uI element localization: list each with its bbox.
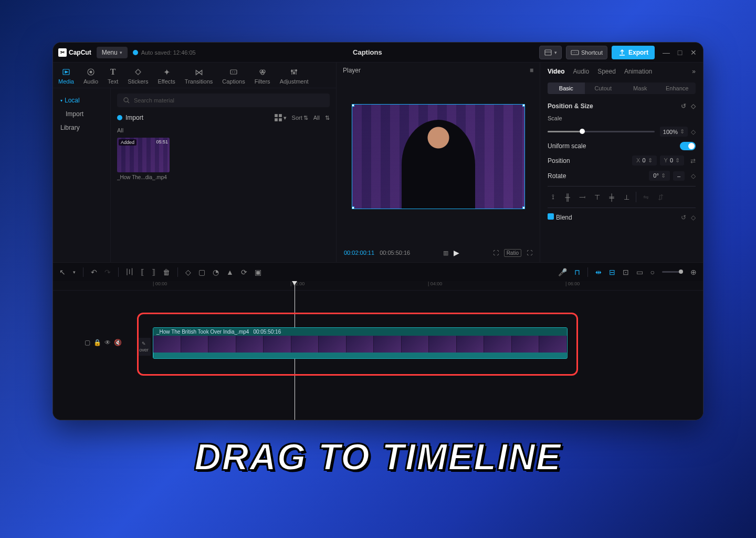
frame-crop-icon[interactable]: ⛶ (493, 250, 499, 256)
rotate-minus-button[interactable]: – (673, 171, 685, 181)
flip-h-icon[interactable]: ⇋ (640, 192, 651, 202)
select-tool-icon[interactable]: ↖ (59, 268, 66, 276)
crop-icon[interactable]: ▣ (255, 268, 261, 276)
filter-icon-button[interactable]: ⇅ (325, 113, 330, 122)
tab-animation[interactable]: Animation (624, 68, 652, 75)
split-left-icon[interactable]: ⟦ (141, 268, 144, 276)
media-thumbnail[interactable]: Added 05:51 _How The...dia_.mp4 (117, 138, 170, 180)
tab-audio[interactable]: Audio (573, 68, 589, 75)
project-title: Captions (201, 48, 534, 56)
speed-icon[interactable]: ◔ (213, 268, 219, 276)
keyframe-icon[interactable]: ◇ (691, 214, 696, 221)
resize-handle-icon[interactable] (352, 206, 354, 209)
minimize-button[interactable]: — (662, 48, 670, 57)
align-right-icon[interactable]: ⟞ (577, 192, 587, 202)
zoom-fit-icon[interactable]: ⊕ (690, 268, 697, 276)
tab-stickers[interactable]: Stickers (128, 67, 148, 88)
timeline-clip[interactable]: _How The British Took Over India_.mp4 00… (153, 327, 568, 359)
align-top-icon[interactable]: ⊤ (592, 192, 602, 202)
tab-filters[interactable]: Filters (255, 67, 270, 88)
sort-button[interactable]: Sort ⇅ (292, 113, 308, 122)
keyframe-icon[interactable]: ◇ (691, 172, 696, 180)
tab-speed[interactable]: Speed (597, 68, 616, 75)
align-vcenter-icon[interactable]: ╪ (606, 192, 617, 202)
zoom-out-icon[interactable]: ○ (650, 268, 655, 276)
tab-effects[interactable]: ✦Effects (158, 67, 175, 88)
preview-axis-icon[interactable]: ⊟ (609, 268, 615, 276)
subtab-enhance[interactable]: Enhance (659, 82, 696, 94)
resize-handle-icon[interactable] (522, 206, 525, 209)
position-y-input[interactable]: Y0⇕ (660, 156, 684, 165)
tab-adjustment[interactable]: Adjustment (280, 67, 309, 88)
align-left-icon[interactable]: ⟟ (548, 192, 558, 202)
rotate-icon[interactable]: ⟳ (241, 268, 247, 276)
search-icon (122, 96, 131, 105)
menu-button[interactable]: Menu▾ (97, 47, 128, 58)
search-input[interactable]: Search material (117, 94, 330, 107)
mirror-icon[interactable]: ▲ (226, 268, 234, 276)
rotate-input[interactable]: 0°⇕ (649, 171, 670, 181)
redo-button[interactable]: ↷ (104, 268, 111, 276)
position-x-input[interactable]: X0⇕ (632, 156, 656, 165)
sidebar-item-library[interactable]: Library (56, 121, 107, 134)
sidebar-item-local[interactable]: ▾Local (56, 94, 107, 107)
tab-text[interactable]: TText (108, 67, 118, 88)
magnet-icon[interactable]: ⊓ (574, 268, 580, 276)
reset-icon[interactable]: ↺ (681, 102, 686, 110)
split-icon[interactable]: 〣 (126, 267, 133, 277)
mic-icon[interactable]: 🎤 (558, 268, 567, 276)
scale-slider[interactable] (548, 131, 655, 132)
subtab-mask[interactable]: Mask (622, 82, 659, 94)
close-button[interactable]: ✕ (689, 48, 698, 57)
tab-captions[interactable]: Captions (222, 67, 245, 88)
filter-all-button[interactable]: All (313, 113, 320, 122)
main-panels: Media Audio TText Stickers ✦Effects ⋈Tra… (53, 63, 703, 262)
align-hcenter-icon[interactable]: ╫ (562, 192, 573, 202)
video-preview[interactable]: ⟳ (352, 104, 525, 209)
mark-icon[interactable]: ▢ (198, 268, 205, 276)
view-grid-button[interactable]: ▾ (274, 113, 287, 122)
tab-media[interactable]: Media (58, 67, 74, 88)
reset-icon[interactable]: ↺ (681, 214, 686, 221)
lock-icon[interactable]: 🔒 (93, 339, 101, 346)
keyframe-icon[interactable]: ◇ (691, 102, 696, 110)
select-dropdown-icon[interactable]: ▾ (73, 270, 76, 275)
more-tabs-button[interactable]: » (692, 68, 696, 75)
mute-icon[interactable]: 🔇 (114, 339, 122, 346)
compare-icon[interactable]: ▥ (443, 250, 448, 256)
display-icon[interactable]: ▭ (636, 268, 643, 276)
fullscreen-button[interactable]: ⛶ (527, 250, 532, 256)
split-right-icon[interactable]: ⟧ (152, 268, 155, 276)
undo-button[interactable]: ↶ (91, 268, 97, 276)
tab-transitions[interactable]: ⋈Transitions (185, 67, 213, 88)
linkage-icon[interactable]: ⇹ (595, 268, 602, 276)
player-menu-button[interactable]: ≡ (530, 67, 533, 74)
scale-value[interactable]: 100%⇕ (660, 127, 688, 137)
ratio-button[interactable]: Ratio (504, 249, 521, 257)
track-box-icon[interactable]: ▢ (85, 339, 90, 346)
mark-in-icon[interactable]: ◇ (185, 268, 191, 276)
tab-audio[interactable]: Audio (83, 67, 98, 88)
layout-button[interactable]: ▾ (539, 46, 562, 59)
delete-icon[interactable]: 🗑 (163, 268, 170, 276)
keyframe-icon[interactable]: ◇ (691, 128, 696, 136)
export-button[interactable]: Export (612, 46, 655, 59)
subtab-cutout[interactable]: Cutout (585, 82, 622, 94)
timeline[interactable]: | 00:00 | 02:00 | 04:00 | 06:00 ▢ 🔒 👁 🔇 … (53, 281, 703, 420)
play-button[interactable]: ▶ (454, 249, 459, 257)
shortcut-button[interactable]: Shortcut (566, 46, 607, 59)
zoom-slider[interactable] (662, 271, 683, 273)
resize-handle-icon[interactable] (352, 104, 354, 107)
import-button[interactable]: Import (117, 114, 143, 121)
resize-handle-icon[interactable] (522, 104, 525, 107)
track-toggle-icon[interactable]: ⊡ (623, 268, 629, 276)
maximize-button[interactable]: □ (676, 48, 684, 57)
uniform-scale-toggle[interactable] (680, 142, 696, 150)
subtab-basic[interactable]: Basic (548, 82, 585, 94)
align-bottom-icon[interactable]: ⊥ (621, 192, 632, 202)
sidebar-item-import[interactable]: Import (56, 107, 107, 121)
eye-icon[interactable]: 👁 (104, 339, 111, 346)
flip-v-icon[interactable]: ⇵ (655, 192, 666, 202)
tab-video[interactable]: Video (548, 68, 564, 75)
link-icon[interactable]: ⇄ (690, 157, 696, 164)
